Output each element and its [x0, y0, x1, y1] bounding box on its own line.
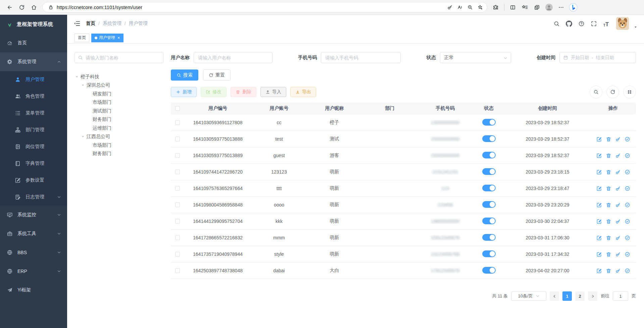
fold-sidebar-icon[interactable]: [73, 20, 81, 27]
favorites-icon[interactable]: [520, 2, 530, 12]
trash-icon[interactable]: [606, 153, 611, 158]
tag-item[interactable]: 首页: [75, 34, 89, 42]
tree-node[interactable]: 财务部门: [75, 115, 163, 124]
sidebar-item-dept[interactable]: 部门管理: [0, 122, 67, 138]
key-icon[interactable]: [615, 136, 621, 142]
sidebar-item-post[interactable]: 岗位管理: [0, 138, 67, 155]
home-icon[interactable]: [29, 2, 39, 12]
trash-icon[interactable]: [606, 268, 611, 274]
table-tool-grid-icon[interactable]: [623, 86, 636, 98]
browser-profile-icon[interactable]: [544, 2, 554, 12]
breadcrumb-item[interactable]: 系统管理: [103, 20, 121, 27]
help-icon[interactable]: [578, 20, 585, 27]
date-range-picker[interactable]: 开始日期 - 结束日期: [559, 52, 636, 63]
collections-icon[interactable]: [532, 2, 542, 12]
key-icon[interactable]: [615, 153, 621, 158]
sidebar-item-tool[interactable]: 系统工具: [0, 224, 67, 243]
page-button-2[interactable]: 2: [575, 291, 585, 301]
edit-pen-icon[interactable]: [596, 235, 602, 241]
sidebar-item-config[interactable]: 参数设置: [0, 172, 67, 189]
add-button[interactable]: 新增: [171, 87, 197, 97]
reset-button[interactable]: 重置: [203, 69, 231, 81]
tree-node[interactable]: 财务部门: [75, 150, 163, 158]
user-avatar[interactable]: [616, 17, 629, 30]
status-toggle[interactable]: [482, 250, 496, 257]
sidebar-item-monitor[interactable]: 系统监控: [0, 205, 67, 224]
tree-node[interactable]: 市场部门: [75, 98, 163, 107]
fullscreen-icon[interactable]: [590, 20, 597, 27]
row-checkbox[interactable]: [175, 268, 180, 273]
status-toggle[interactable]: [482, 119, 496, 126]
sidebar-item-bbs[interactable]: BBS: [0, 243, 67, 262]
trash-icon[interactable]: [606, 169, 611, 175]
check-circle-icon[interactable]: [625, 136, 630, 142]
password-key-icon[interactable]: [445, 2, 455, 12]
table-tool-refresh-icon[interactable]: [606, 86, 619, 98]
delete-button[interactable]: 删除: [231, 87, 256, 97]
row-checkbox[interactable]: [175, 252, 180, 256]
status-toggle[interactable]: [482, 185, 496, 191]
import-button[interactable]: 导入: [260, 87, 286, 97]
status-toggle[interactable]: [482, 152, 496, 158]
breadcrumb-item[interactable]: 首页: [86, 20, 95, 27]
dept-search-input[interactable]: [75, 52, 163, 63]
edit-pen-icon[interactable]: [596, 219, 602, 224]
font-size-icon[interactable]: TT: [602, 20, 610, 27]
edit-pen-icon[interactable]: [596, 251, 602, 257]
prev-page-button[interactable]: [550, 291, 559, 301]
key-icon[interactable]: [615, 169, 621, 175]
edit-pen-icon[interactable]: [596, 153, 602, 158]
table-tool-search-icon[interactable]: [590, 86, 602, 98]
row-checkbox[interactable]: [175, 202, 180, 207]
edit-pen-icon[interactable]: [596, 186, 602, 191]
trash-icon[interactable]: [606, 235, 611, 241]
edit-button[interactable]: 修改: [201, 87, 227, 97]
check-circle-icon[interactable]: [625, 186, 630, 191]
row-checkbox[interactable]: [175, 235, 180, 240]
status-toggle[interactable]: [482, 168, 496, 175]
status-select[interactable]: 正常: [440, 52, 511, 63]
select-all-checkbox[interactable]: [175, 106, 180, 111]
sidebar-item-log[interactable]: 日志管理: [0, 189, 67, 205]
tree-node[interactable]: 市场部门: [75, 141, 163, 150]
check-circle-icon[interactable]: [625, 153, 630, 158]
sidebar-item-user[interactable]: 用户管理: [0, 71, 67, 88]
address-bar[interactable]: https://ccnetcore.com:1101/system/user: [42, 2, 487, 12]
next-page-button[interactable]: [588, 291, 597, 301]
page-button-1[interactable]: 1: [562, 291, 572, 301]
goto-page-input[interactable]: [613, 291, 628, 301]
page-size-select[interactable]: 10条/页: [511, 291, 546, 301]
status-toggle[interactable]: [482, 234, 496, 241]
export-button[interactable]: 导出: [290, 87, 316, 97]
edit-pen-icon[interactable]: [596, 136, 602, 142]
key-icon[interactable]: [615, 268, 621, 274]
tree-node[interactable]: 运维部门: [75, 124, 163, 133]
tree-expand-icon[interactable]: [75, 75, 79, 79]
sidebar-item-dict[interactable]: 字典管理: [0, 155, 67, 172]
edit-pen-icon[interactable]: [596, 169, 602, 175]
sidebar-item-yi[interactable]: Yi框架: [0, 281, 67, 299]
check-circle-icon[interactable]: [625, 219, 630, 224]
trash-icon[interactable]: [606, 202, 611, 208]
url-text[interactable]: https://ccnetcore.com:1101/system/user: [57, 5, 445, 10]
search-icon[interactable]: [553, 20, 560, 27]
bing-icon[interactable]: [568, 2, 578, 12]
check-circle-icon[interactable]: [625, 251, 630, 257]
tree-expand-icon[interactable]: [81, 134, 85, 139]
username-input[interactable]: [194, 52, 273, 63]
trash-icon[interactable]: [606, 251, 611, 257]
row-checkbox[interactable]: [175, 170, 180, 174]
github-icon[interactable]: [565, 20, 573, 27]
refresh-icon[interactable]: [17, 2, 27, 12]
key-icon[interactable]: [615, 186, 621, 191]
key-icon[interactable]: [615, 219, 621, 224]
status-toggle[interactable]: [482, 135, 496, 142]
key-icon[interactable]: [615, 251, 621, 257]
tag-close-icon[interactable]: ×: [117, 35, 120, 40]
tree-node[interactable]: 测试部门: [75, 107, 163, 115]
trash-icon[interactable]: [606, 219, 611, 224]
check-circle-icon[interactable]: [625, 169, 630, 175]
check-circle-icon[interactable]: [625, 202, 630, 208]
sidebar-item-menu[interactable]: 菜单管理: [0, 105, 67, 122]
row-checkbox[interactable]: [175, 153, 180, 158]
